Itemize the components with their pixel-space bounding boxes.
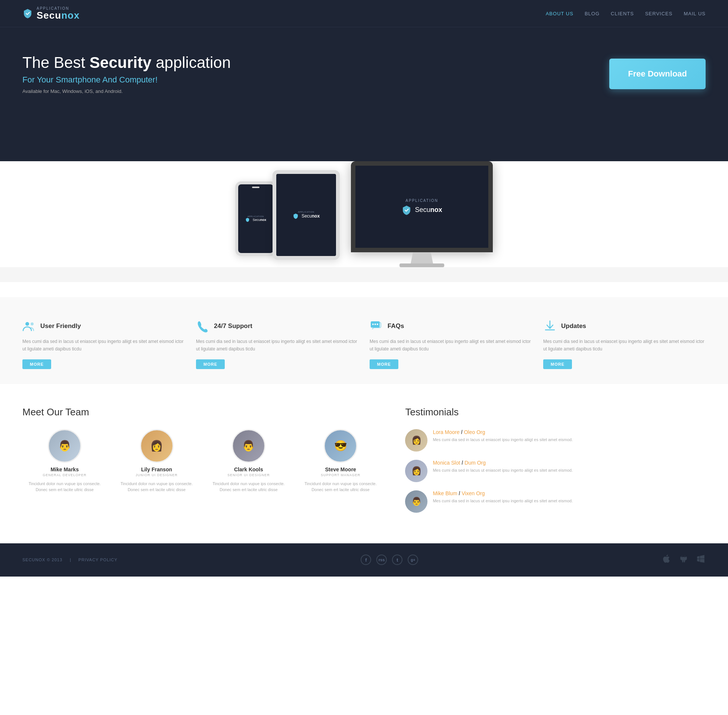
feature-header-support: 24/7 Support — [196, 320, 358, 333]
team-name-steve: Steve Moore — [298, 466, 383, 472]
avatar-lora: 👩 — [405, 429, 427, 451]
nav-clients[interactable]: CLIENTS — [611, 11, 634, 17]
footer-copyright: SECUNOX © 2013 — [23, 558, 62, 562]
feature-desc-support: Mes cumi dia sed in lacus ut eniascet ip… — [196, 338, 358, 352]
apple-icon[interactable] — [662, 554, 671, 566]
logo-name: Secunox — [36, 11, 80, 20]
testimonials-title: Testimonials — [405, 406, 705, 418]
users-icon — [23, 320, 36, 333]
avatar-mike: 👨 — [48, 429, 82, 463]
testimonial-name-mblum: Mike Blum / Vixen Org — [433, 490, 573, 496]
feature-header-faqs: FAQs — [370, 320, 532, 333]
footer-platforms — [662, 554, 705, 566]
feature-title-updates: Updates — [561, 323, 586, 330]
more-button-updates[interactable]: MORE — [543, 359, 572, 369]
team-desc-lily: Tincidunt dolor nun vupue ips consecte. … — [114, 481, 199, 493]
monitor-base — [399, 264, 444, 267]
svg-point-3 — [372, 324, 374, 325]
download-icon — [543, 320, 557, 333]
feature-support: 24/7 Support Mes cumi dia sed in lacus u… — [196, 320, 358, 369]
shield-icon — [23, 8, 33, 19]
free-download-button[interactable]: Free Download — [609, 59, 705, 89]
chat-icon — [370, 320, 383, 333]
devices-display: APPLICATION Secunox APPLICATION Secunox — [0, 161, 728, 267]
social-twitter[interactable]: t — [392, 555, 402, 565]
team-desc-mike: Tincidunt dolor nun vupue ips consecte. … — [23, 481, 107, 493]
footer-divider: | — [70, 558, 71, 562]
avatar-steve: 😎 — [324, 429, 357, 463]
feature-desc-updates: Mes cumi dia sed in lacus ut eniascet ip… — [543, 338, 705, 352]
hero-section: The Best Security application For Your S… — [0, 27, 728, 161]
avatar-clark: 👨 — [232, 429, 266, 463]
testimonial-name-monica: Monica Slot / Dum Org — [433, 460, 573, 466]
feature-title-faqs: FAQs — [388, 323, 404, 330]
phone-logo: Secunox — [245, 217, 267, 222]
nav-services[interactable]: SERVICES — [645, 11, 673, 17]
android-icon[interactable] — [679, 554, 689, 566]
more-button-user-friendly[interactable]: MORE — [23, 359, 51, 369]
hero-text: The Best Security application For Your S… — [23, 53, 231, 94]
footer-privacy-policy[interactable]: PRIVACY POLICY — [79, 558, 118, 562]
testimonials-section: Testimonials 👩 Lora Moore / Oleo Org Mes… — [405, 406, 705, 521]
monitor-stand — [411, 252, 433, 264]
testimonial-content-lora: Lora Moore / Oleo Org Mes cumi dia sed i… — [433, 429, 573, 451]
nav-mail[interactable]: MAIL US — [684, 11, 705, 17]
team-role-clark: SENIOR UI DESIGNER — [207, 473, 291, 477]
footer-social: f rss t g+ — [361, 555, 418, 565]
devices-section: APPLICATION Secunox APPLICATION Secunox — [0, 161, 728, 282]
hero-headline: The Best Security application — [23, 53, 231, 72]
hero-subtitle: For Your Smartphone And Computer! — [23, 75, 231, 85]
feature-header-user-friendly: User Friendly — [23, 320, 185, 333]
phone-icon — [196, 320, 210, 333]
footer-left: SECUNOX © 2013 | PRIVACY POLICY — [23, 558, 118, 562]
team-member-clark: 👨 Clark Kools SENIOR UI DESIGNER Tincidu… — [207, 429, 291, 493]
team-member-steve: 😎 Steve Moore SUPPORT MANAGER Tincidunt … — [298, 429, 383, 493]
tablet-logo: Secunox — [293, 213, 320, 219]
monitor-frame: APPLICATION Secunox — [351, 161, 493, 252]
more-button-support[interactable]: MORE — [196, 359, 225, 369]
avatar-mblum: 👨 — [405, 490, 427, 513]
team-desc-steve: Tincidunt dolor nun vupue ips consecte. … — [298, 481, 383, 493]
team-section: Meet Our Team 👨 Mike Marks GENERAL DEVEL… — [23, 406, 383, 521]
monitor-screen: APPLICATION Secunox — [355, 166, 488, 248]
logo[interactable]: APPLICATION Secunox — [23, 7, 80, 20]
team-role-lily: JUNIOR UI DESIGNER — [114, 473, 199, 477]
testimonial-content-mblum: Mike Blum / Vixen Org Mes cumi dia sed i… — [433, 490, 573, 513]
nav-blog[interactable]: BLOG — [585, 11, 600, 17]
testimonial-mblum: 👨 Mike Blum / Vixen Org Mes cumi dia sed… — [405, 490, 705, 513]
bottom-section: Meet Our Team 👨 Mike Marks GENERAL DEVEL… — [0, 384, 728, 543]
windows-icon[interactable] — [696, 554, 705, 566]
testimonial-text-monica: Mes cumi dia sed in lacus ut eniascet ip… — [433, 467, 573, 474]
feature-user-friendly: User Friendly Mes cumi dia sed in lacus … — [23, 320, 185, 369]
device-phone: APPLICATION Secunox — [235, 181, 276, 256]
team-name-lily: Lily Franson — [114, 466, 199, 472]
team-title: Meet Our Team — [23, 406, 383, 418]
team-member-mike: 👨 Mike Marks GENERAL DEVELOPER Tincidunt… — [23, 429, 107, 493]
feature-desc-user-friendly: Mes cumi dia sed in lacus ut eniascet ip… — [23, 338, 185, 352]
nav-about[interactable]: ABOUT US — [546, 11, 574, 17]
team-member-lily: 👩 Lily Franson JUNIOR UI DESIGNER Tincid… — [114, 429, 199, 493]
footer: SECUNOX © 2013 | PRIVACY POLICY f rss t … — [0, 543, 728, 576]
social-googleplus[interactable]: g+ — [408, 555, 418, 565]
svg-point-5 — [377, 324, 378, 325]
testimonial-lora: 👩 Lora Moore / Oleo Org Mes cumi dia sed… — [405, 429, 705, 451]
avatar-lily: 👩 — [140, 429, 174, 463]
team-desc-clark: Tincidunt dolor nun vupue ips consecte. … — [207, 481, 291, 493]
feature-desc-faqs: Mes cumi dia sed in lacus ut eniascet ip… — [370, 338, 532, 352]
header: APPLICATION Secunox ABOUT US BLOG CLIENT… — [0, 0, 728, 27]
team-name-clark: Clark Kools — [207, 466, 291, 472]
social-facebook[interactable]: f — [361, 555, 371, 565]
svg-point-0 — [26, 322, 29, 326]
more-button-faqs[interactable]: MORE — [370, 359, 398, 369]
testimonial-content-monica: Monica Slot / Dum Org Mes cumi dia sed i… — [433, 460, 573, 482]
main-nav: ABOUT US BLOG CLIENTS SERVICES MAIL US — [546, 11, 705, 17]
team-grid: 👨 Mike Marks GENERAL DEVELOPER Tincidunt… — [23, 429, 383, 493]
svg-point-4 — [375, 324, 376, 325]
team-name-mike: Mike Marks — [23, 466, 107, 472]
social-rss[interactable]: rss — [376, 555, 387, 565]
tablet-screen: APPLICATION Secunox — [276, 174, 336, 256]
hero-platforms: Available for Mac, Windows, iOS, and And… — [23, 89, 231, 94]
feature-header-updates: Updates — [543, 320, 705, 333]
logo-text: APPLICATION Secunox — [36, 7, 80, 20]
features-section: User Friendly Mes cumi dia sed in lacus … — [0, 297, 728, 384]
